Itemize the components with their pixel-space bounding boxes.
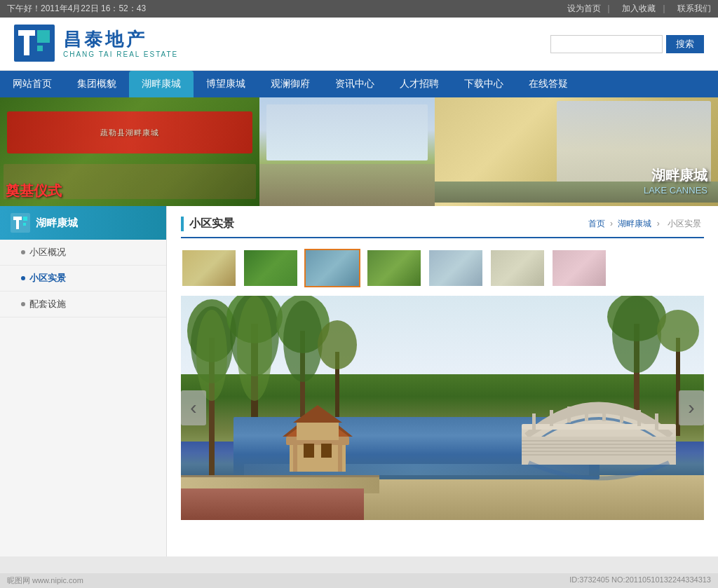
svg-point-22 [318,320,357,369]
page-title-bar: 小区实景 首页 › 湖畔康城 › 小区实景 [181,217,704,238]
svg-rect-34 [293,440,297,472]
logo-icon [14,25,56,63]
svg-point-25 [612,296,661,373]
banner: 蔬勒县湖畔康城 奠基仪式 湖畔康城 LAKE CANNES [0,97,718,206]
svg-rect-42 [567,406,571,423]
header: 昌泰地产 CHANG TAI REAL ESTATE 搜索 [0,18,718,71]
svg-rect-46 [637,410,641,426]
banner-inner: 蔬勒县湖畔康城 奠基仪式 湖畔康城 LAKE CANNES [0,97,718,206]
sidebar-header: 湖畔康城 [0,206,166,240]
nav-item-jobs[interactable]: 人才招聘 [387,71,452,97]
svg-rect-32 [297,423,339,440]
svg-rect-44 [602,405,606,421]
content-area: 湖畔康城 小区概况 小区实景 配套设施 小区实景 首页 › 湖畔 [0,206,718,556]
contact-link[interactable]: 联系我们 [677,4,711,13]
thumb-1[interactable] [181,249,237,287]
bullet-icon [21,276,25,280]
svg-point-27 [657,310,699,352]
banner-left-panel: 蔬勒县湖畔康城 奠基仪式 [0,97,259,206]
svg-marker-33 [293,405,342,423]
svg-rect-47 [655,413,658,430]
nav-item-download[interactable]: 下载中心 [452,71,516,97]
svg-rect-6 [13,217,22,220]
sidebar-item-overview[interactable]: 小区概况 [0,240,166,266]
sidebar-logo-icon [11,213,30,233]
svg-point-20 [283,301,323,382]
breadcrumb-home[interactable]: 首页 [588,219,605,228]
thumbnails [181,249,704,287]
search-box: 搜索 [550,35,704,53]
nav-item-group[interactable]: 集团概貌 [65,71,129,97]
sidebar-item-scenery[interactable]: 小区实景 [0,266,166,292]
sidebar-menu: 小区概况 小区实景 配套设施 [0,240,166,317]
svg-rect-45 [620,406,623,423]
svg-rect-4 [37,46,43,51]
svg-rect-9 [23,223,26,226]
logo-sub: CHANG TAI REAL ESTATE [63,50,178,59]
nav-item-guanlan[interactable]: 观澜御府 [258,71,323,97]
nav-item-lake[interactable]: 湖畔康城 [129,71,194,97]
main-content: 小区实景 首页 › 湖畔康城 › 小区实景 [167,206,718,556]
sidebar: 湖畔康城 小区概况 小区实景 配套设施 [0,206,167,556]
sidebar-item-label: 配套设施 [29,298,66,310]
svg-point-15 [196,310,227,401]
svg-rect-40 [532,413,536,430]
breadcrumb-section[interactable]: 湖畔康城 [618,219,651,228]
svg-rect-53 [522,454,676,456]
sidebar-item-label: 小区实景 [29,272,66,285]
svg-rect-36 [304,444,314,458]
thumb-7[interactable] [551,249,607,287]
prev-arrow-icon: ‹ [190,397,196,419]
page-title: 小区实景 [181,217,234,231]
main-image-container: ‹ [181,296,704,520]
search-button[interactable]: 搜索 [666,35,704,53]
bullet-icon [21,250,25,254]
svg-rect-39 [522,424,676,430]
arch-bridge-svg [522,385,676,498]
svg-rect-8 [23,217,27,221]
set-homepage-link[interactable]: 设为首页 [567,4,601,13]
svg-rect-1 [18,30,35,36]
nav-item-bowang[interactable]: 博望康城 [194,71,258,97]
pagoda-svg [279,398,370,475]
banner-right-panel: 湖畔康城 LAKE CANNES [435,97,718,206]
svg-rect-41 [550,410,553,426]
svg-point-18 [237,296,272,401]
next-arrow-icon: › [688,397,694,419]
thumb-4[interactable] [366,249,422,287]
svg-rect-5 [11,213,30,233]
breadcrumb: 首页 › 湖畔康城 › 小区实景 [588,218,704,230]
svg-rect-3 [37,30,50,43]
nav-item-news[interactable]: 资讯中心 [323,71,387,97]
thumb-3[interactable] [304,249,360,287]
svg-rect-0 [14,25,55,62]
thumb-6[interactable] [489,249,546,287]
logo-text: 昌泰地产 CHANG TAI REAL ESTATE [63,29,178,59]
svg-rect-43 [585,405,588,421]
logo: 昌泰地产 CHANG TAI REAL ESTATE [14,25,178,63]
search-input[interactable] [550,35,663,53]
svg-rect-37 [321,444,332,458]
thumb-2[interactable] [243,249,299,287]
sidebar-item-facilities[interactable]: 配套设施 [0,292,166,317]
banner-left-text: 奠基仪式 [6,182,62,200]
svg-rect-35 [338,440,342,472]
svg-rect-50 [522,444,676,445]
bullet-icon [21,302,25,306]
prev-arrow-button[interactable]: ‹ [181,390,206,425]
thumb-5[interactable] [428,249,484,287]
banner-subtitle: LAKE CANNES [644,185,707,196]
next-arrow-button[interactable]: › [679,390,704,425]
svg-rect-49 [522,440,676,442]
svg-rect-52 [522,451,676,452]
svg-rect-7 [16,220,19,229]
nav: 网站首页 集团概貌 湖畔康城 博望康城 观澜御府 资讯中心 人才招聘 下载中心 … [0,71,718,97]
sidebar-item-label: 小区概况 [29,246,66,259]
add-favorite-link[interactable]: 加入收藏 [622,4,656,13]
banner-middle-panel [259,97,435,206]
svg-rect-51 [522,447,676,449]
top-bar-links: 设为首页 ｜ 加入收藏 ｜ 联系我们 [562,3,711,15]
nav-item-home[interactable]: 网站首页 [0,71,65,97]
sidebar-title: 湖畔康城 [36,217,78,230]
nav-item-faq[interactable]: 在线答疑 [516,71,581,97]
